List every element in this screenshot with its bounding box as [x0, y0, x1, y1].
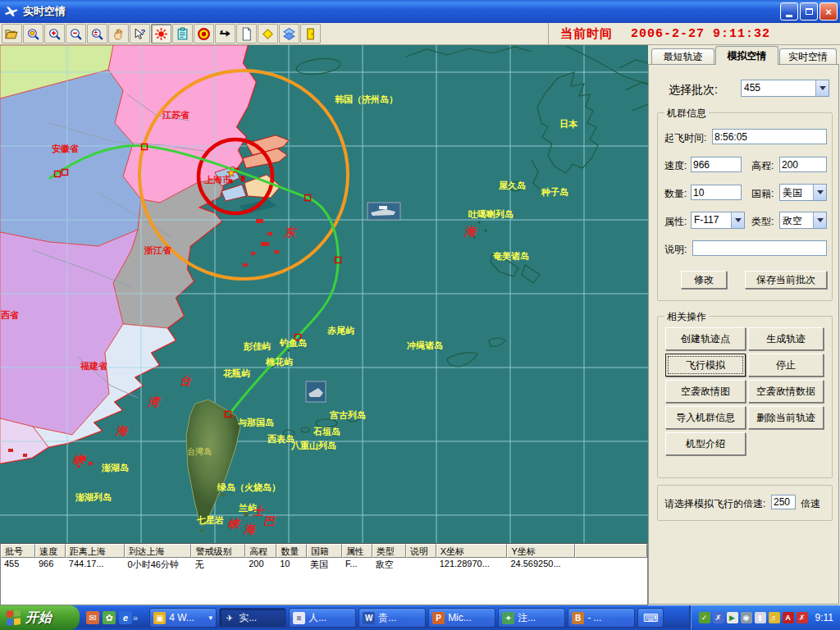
sun-icon[interactable] — [151, 24, 171, 43]
map-label: 赤尾屿 — [326, 326, 354, 336]
table-header-cell[interactable]: 说明 — [406, 544, 436, 558]
outlook-icon[interactable]: ✉ — [86, 611, 99, 624]
map-label: 安徽省 — [52, 144, 79, 153]
zoom-extent-icon[interactable] — [23, 24, 43, 43]
op-button[interactable]: 生成轨迹 — [748, 327, 824, 350]
map-label: 西表岛 — [267, 434, 294, 444]
battery-icon[interactable]: ▮ — [755, 612, 766, 623]
ie-icon[interactable]: e — [119, 611, 132, 624]
msn-icon[interactable]: ✿ — [103, 611, 116, 624]
table-header-cell[interactable]: 距离上海 — [66, 544, 125, 558]
security-alert-icon[interactable]: ✗ — [797, 612, 808, 623]
taskbar-task-notepad[interactable]: ≡人... — [289, 608, 356, 628]
chevron-down-icon[interactable] — [815, 80, 829, 96]
swap-arrows-icon[interactable] — [215, 24, 235, 43]
table-header-cell[interactable]: 批号 — [1, 544, 35, 558]
table-header-cell[interactable]: Y坐标 — [507, 544, 575, 558]
desc-input[interactable] — [692, 240, 827, 256]
zoom-window-icon[interactable]: ± — [87, 24, 107, 43]
input-method-keyboard-icon[interactable]: ⌨ — [637, 608, 664, 628]
op-button[interactable]: 机型介绍 — [665, 432, 746, 455]
map-label: 绿岛（火烧岛） — [217, 482, 281, 493]
speed-input[interactable] — [691, 157, 742, 172]
type-combobox[interactable]: 敌空 — [779, 212, 827, 229]
table-header-cell[interactable]: 警戒级别 — [191, 544, 245, 558]
open-folder-icon[interactable] — [2, 24, 22, 43]
volume-alt-icon[interactable]: ◉ — [741, 612, 752, 623]
maximize-button[interactable] — [800, 2, 818, 21]
nation-combobox[interactable]: 美国 — [779, 184, 827, 201]
operations-buttons: 创建轨迹点生成轨迹飞行模拟停止空袭敌情图空袭敌情数据导入机群信息删除当前轨迹机型… — [665, 327, 826, 455]
attr-combobox[interactable]: F-117 — [691, 212, 745, 229]
scheduler-icon[interactable]: ▶ — [727, 612, 738, 623]
chevron-down-icon[interactable] — [731, 212, 744, 228]
table-cell: 455 — [1, 558, 35, 571]
chevron-down-icon[interactable] — [813, 212, 826, 228]
map-view[interactable]: ★ 韩国（济州岛）日本屋久岛种子岛吐噶喇列岛奄美诸岛赤尾屿冲绳诸岛彭佳屿钓鱼岛棉… — [0, 45, 648, 543]
table-header-cell[interactable]: 数量 — [276, 544, 307, 558]
speaker-icon[interactable]: ♬ — [769, 612, 780, 623]
map-label: 上海市 — [203, 175, 231, 185]
table-header-cell[interactable]: 国籍 — [307, 544, 342, 558]
taskbar-task-app-grid[interactable]: ✦注... — [498, 608, 565, 628]
zoom-in-icon[interactable] — [44, 24, 65, 43]
new-document-icon[interactable] — [236, 24, 257, 43]
op-button[interactable]: 导入机群信息 — [665, 406, 746, 429]
ati-icon[interactable]: A — [783, 612, 794, 623]
taskbar-task-word[interactable]: W贵... — [358, 608, 426, 628]
taskbar-task-folder[interactable]: ▣4 W...▾ — [149, 608, 217, 628]
tab-shortest-track[interactable]: 最短轨迹 — [651, 48, 714, 65]
plane-icon: ✈ — [223, 612, 235, 624]
close-button[interactable]: × — [819, 2, 838, 21]
altitude-input[interactable] — [779, 157, 827, 172]
table-row[interactable]: 455966744.17...0小时46分钟无20010美国F...敌空121.… — [1, 558, 647, 571]
map-label: 台 — [180, 374, 192, 387]
map-label: 日本 — [559, 119, 578, 129]
app-grid-icon: ✦ — [502, 612, 514, 624]
svg-text:?: ? — [141, 27, 146, 36]
help-pointer-icon[interactable]: ? — [130, 24, 150, 43]
batch-combobox[interactable]: 455 — [741, 80, 829, 97]
quick-launch-more-icon[interactable]: » — [133, 613, 138, 623]
target-icon[interactable] — [194, 24, 214, 43]
pan-hand-icon[interactable] — [108, 24, 129, 43]
table-header-cell[interactable]: 类型 — [372, 544, 406, 558]
minimize-button[interactable] — [780, 2, 798, 21]
zoom-out-icon[interactable] — [66, 24, 86, 43]
chart-clipboard-icon[interactable] — [172, 24, 193, 43]
table-header-cell[interactable]: X坐标 — [436, 544, 508, 558]
table-header-cell[interactable]: 属性 — [342, 544, 372, 558]
table-header-cell[interactable]: 到达上海 — [125, 544, 192, 558]
shield-green-icon[interactable]: ✓ — [699, 612, 710, 623]
table-header-cell[interactable]: 高程 — [245, 544, 276, 558]
op-button[interactable]: 创建轨迹点 — [665, 327, 746, 350]
op-button[interactable]: 空袭敌情数据 — [748, 380, 824, 403]
table-header-cell[interactable] — [575, 544, 647, 558]
group-chevron-icon[interactable]: ▾ — [209, 614, 213, 622]
exit-door-icon[interactable] — [300, 24, 321, 43]
monitor-error-icon[interactable]: ✗ — [713, 612, 724, 623]
taskbar-task-b-app[interactable]: B- ... — [568, 608, 635, 628]
count-input[interactable] — [691, 185, 742, 200]
system-tray: ✓✗▶◉▮♬A✗ 9:11 — [689, 605, 840, 630]
tab-realtime-air[interactable]: 实时空情 — [779, 48, 837, 65]
notepad-icon: ≡ — [293, 612, 305, 624]
speed-multiplier-input[interactable] — [771, 495, 796, 509]
table-header-cell[interactable]: 速度 — [35, 544, 66, 558]
layers-icon[interactable] — [279, 24, 299, 43]
op-button[interactable]: 飞行模拟 — [665, 354, 746, 377]
taskbar-task-powerpoint[interactable]: PMic... — [428, 608, 495, 628]
taskbar-task-plane[interactable]: ✈实... — [219, 608, 286, 628]
current-time-area: 当前时间 2006-2-27 9:11:32 — [548, 23, 770, 44]
op-button[interactable]: 停止 — [748, 354, 824, 377]
warning-diamond-icon[interactable] — [258, 24, 278, 43]
target-data-table[interactable]: 批号速度距离上海到达上海警戒级别高程数量国籍属性类型说明X坐标Y坐标455966… — [0, 543, 648, 605]
takeoff-time-input[interactable] — [712, 129, 827, 144]
save-batch-button[interactable]: 保存当前批次 — [745, 271, 827, 289]
op-button[interactable]: 删除当前轨迹 — [748, 406, 824, 429]
chevron-down-icon[interactable] — [813, 185, 826, 200]
modify-button[interactable]: 修改 — [681, 271, 727, 289]
op-button[interactable]: 空袭敌情图 — [665, 380, 746, 403]
start-button[interactable]: 开始 — [0, 605, 80, 630]
tab-simulated-air[interactable]: 模拟空情 — [715, 46, 778, 65]
